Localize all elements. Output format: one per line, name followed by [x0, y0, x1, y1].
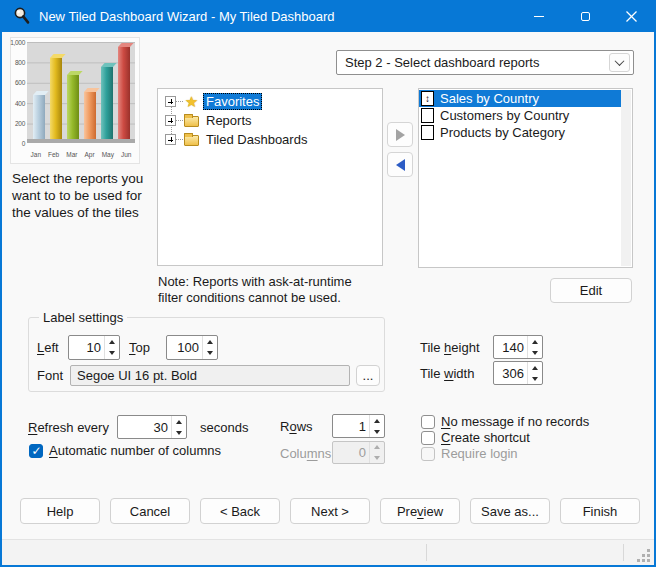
close-button[interactable]: [608, 0, 654, 32]
no-message-checkbox[interactable]: No message if no records: [421, 414, 589, 429]
report-label: Sales by Country: [440, 91, 539, 106]
row-box-icon: [421, 125, 434, 140]
status-bar: [2, 539, 654, 565]
spin-down-button[interactable]: [528, 373, 542, 384]
checkbox-icon: [421, 447, 435, 461]
chart-plot-area: [27, 42, 135, 143]
tree-item-tiled-dashboards[interactable]: Tiled Dashboards: [158, 130, 382, 149]
label-settings-group: Label settings Left 10 Top 100 Font Sego…: [28, 317, 385, 392]
spin-down-button[interactable]: [172, 427, 186, 438]
add-report-button[interactable]: [387, 122, 413, 147]
spin-up-button: [370, 442, 384, 453]
minimize-icon: [534, 16, 544, 17]
window-title: New Tiled Dashboard Wizard - My Tiled Da…: [39, 9, 335, 24]
left-spinner[interactable]: 10: [68, 335, 120, 360]
cancel-button[interactable]: Cancel: [110, 498, 190, 524]
resize-grip[interactable]: [636, 548, 650, 562]
selected-reports-list: ↕ Sales by Country Customers by Country …: [418, 88, 633, 268]
spin-down-button[interactable]: [528, 347, 542, 358]
close-icon: [626, 11, 637, 22]
edit-button[interactable]: Edit: [550, 278, 632, 303]
arrow-left-icon: [396, 159, 405, 171]
dialog-window: New Tiled Dashboard Wizard - My Tiled Da…: [0, 0, 656, 567]
row-box-icon: [421, 108, 434, 123]
refresh-label: Refresh every: [28, 420, 109, 435]
auto-columns-checkbox[interactable]: Automatic number of columns: [29, 443, 221, 458]
intro-text: Select the reports you want to to be use…: [12, 170, 154, 221]
expand-plus-icon[interactable]: [165, 134, 176, 145]
dashboard-preview-image: 1,0008006004002000 JanFebMarAprMayJun: [10, 37, 140, 164]
remove-report-button[interactable]: [387, 152, 413, 177]
window-border: [0, 0, 2, 567]
spin-up-button[interactable]: [203, 336, 217, 348]
folder-icon: [184, 135, 199, 146]
report-label: Products by Category: [440, 125, 565, 140]
report-row[interactable]: Products by Category: [419, 124, 621, 141]
tree-item-label: Reports: [203, 112, 255, 129]
arrow-up-icon: [207, 340, 213, 344]
arrow-down-icon: [374, 456, 380, 460]
spin-up-button[interactable]: [370, 415, 384, 426]
tile-height-label: Tile height: [420, 340, 480, 355]
reorder-handle-icon[interactable]: ↕: [421, 91, 434, 106]
chart-x-axis: JanFebMarAprMayJun: [27, 151, 135, 158]
star-icon: ★: [185, 93, 198, 110]
status-divider: [623, 544, 624, 561]
require-login-checkbox: Require login: [421, 446, 518, 461]
arrow-down-icon: [207, 351, 213, 355]
list-scrollbar[interactable]: [621, 90, 631, 266]
checkbox-label: No message if no records: [441, 414, 589, 429]
expand-plus-icon[interactable]: [165, 96, 176, 107]
help-button[interactable]: Help: [20, 498, 100, 524]
checkbox-icon: [421, 415, 435, 429]
font-browse-button[interactable]: ...: [356, 365, 380, 386]
spin-up-button[interactable]: [105, 336, 119, 348]
arrow-down-icon: [109, 351, 115, 355]
expand-plus-icon[interactable]: [165, 115, 176, 126]
tree-item-favorites[interactable]: ★ Favorites: [158, 92, 382, 111]
spin-down-button[interactable]: [203, 348, 217, 360]
font-label: Font: [37, 368, 63, 383]
spin-down-button[interactable]: [105, 348, 119, 360]
save-as-button[interactable]: Save as...: [470, 498, 550, 524]
minimize-button[interactable]: [516, 0, 562, 32]
step-selector[interactable]: Step 2 - Select dashboard reports: [336, 50, 634, 75]
title-bar: New Tiled Dashboard Wizard - My Tiled Da…: [0, 0, 656, 32]
checkbox-label: Require login: [441, 446, 518, 461]
spin-up-button[interactable]: [172, 416, 186, 427]
refresh-spinner[interactable]: 30: [117, 415, 187, 439]
reports-tree: ★ Favorites Reports Tiled Dashboards: [157, 88, 383, 266]
maximize-button[interactable]: [562, 0, 608, 32]
folder-icon: [184, 116, 199, 127]
rows-spinner[interactable]: 1: [332, 414, 385, 438]
arrow-down-icon: [532, 377, 538, 381]
font-field: Segoe UI 16 pt. Bold: [70, 365, 350, 386]
top-label: Top: [129, 340, 150, 355]
arrow-down-icon: [532, 351, 538, 355]
checkbox-label: Create shortcut: [441, 430, 530, 445]
arrow-up-icon: [374, 419, 380, 423]
chart-bar: [33, 95, 45, 139]
chevron-down-icon: [615, 56, 625, 66]
report-row[interactable]: Customers by Country: [419, 107, 621, 124]
checkbox-label: Automatic number of columns: [49, 443, 221, 458]
note-text: Note: Reports with ask-at-runtime filter…: [158, 274, 408, 306]
spin-up-button[interactable]: [528, 362, 542, 373]
tree-item-label: Favorites: [203, 93, 262, 110]
tile-width-spinner[interactable]: 306: [493, 361, 543, 385]
chart-bar: [101, 67, 113, 139]
spin-up-button[interactable]: [528, 336, 542, 347]
finish-button[interactable]: Finish: [560, 498, 640, 524]
arrow-right-icon: [396, 129, 405, 141]
tree-item-label: Tiled Dashboards: [203, 131, 310, 148]
create-shortcut-checkbox[interactable]: Create shortcut: [421, 430, 530, 445]
tree-item-reports[interactable]: Reports: [158, 111, 382, 130]
report-row[interactable]: ↕ Sales by Country: [419, 90, 621, 107]
combo-dropdown-button: [609, 53, 630, 72]
spin-down-button[interactable]: [370, 426, 384, 437]
top-spinner[interactable]: 100: [166, 335, 218, 360]
preview-button[interactable]: Preview: [380, 498, 460, 524]
tile-height-spinner[interactable]: 140: [493, 335, 543, 359]
next-button[interactable]: Next >: [290, 498, 370, 524]
back-button[interactable]: < Back: [200, 498, 280, 524]
